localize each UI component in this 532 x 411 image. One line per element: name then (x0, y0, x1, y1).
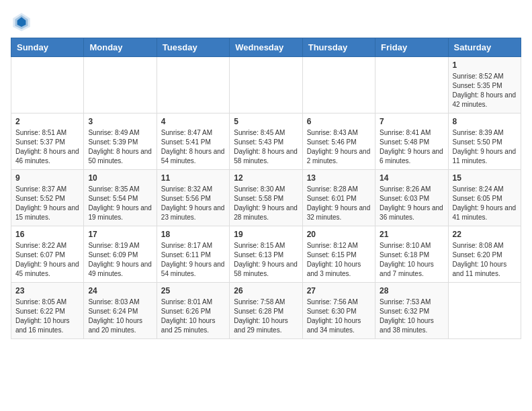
calendar-day-cell: 11Sunrise: 8:32 AM Sunset: 5:56 PM Dayli… (157, 170, 229, 226)
calendar-day-cell: 16Sunrise: 8:22 AM Sunset: 6:07 PM Dayli… (11, 226, 84, 283)
calendar-day-cell: 24Sunrise: 8:03 AM Sunset: 6:24 PM Dayli… (84, 283, 157, 339)
day-detail: Sunrise: 8:03 AM Sunset: 6:24 PM Dayligh… (88, 298, 152, 335)
day-detail: Sunrise: 7:53 AM Sunset: 6:32 PM Dayligh… (380, 298, 443, 335)
weekday-header: Friday (375, 38, 448, 57)
calendar-day-cell: 9Sunrise: 8:37 AM Sunset: 5:52 PM Daylig… (11, 170, 84, 226)
day-detail: Sunrise: 7:56 AM Sunset: 6:30 PM Dayligh… (307, 298, 371, 335)
day-number: 9 (15, 173, 79, 183)
day-number: 19 (234, 230, 298, 239)
calendar-day-cell: 10Sunrise: 8:35 AM Sunset: 5:54 PM Dayli… (84, 170, 157, 226)
calendar-day-cell: 4Sunrise: 8:47 AM Sunset: 5:41 PM Daylig… (157, 113, 229, 170)
calendar-day-cell: 2Sunrise: 8:51 AM Sunset: 5:37 PM Daylig… (11, 113, 84, 170)
calendar-day-cell: 5Sunrise: 8:45 AM Sunset: 5:43 PM Daylig… (230, 113, 302, 170)
calendar-day-cell: 8Sunrise: 8:39 AM Sunset: 5:50 PM Daylig… (448, 113, 521, 170)
day-number: 6 (307, 117, 371, 126)
page-header (11, 11, 521, 32)
calendar-day-cell: 12Sunrise: 8:30 AM Sunset: 5:58 PM Dayli… (230, 170, 302, 226)
day-number: 20 (307, 230, 371, 239)
calendar-week-row: 23Sunrise: 8:05 AM Sunset: 6:22 PM Dayli… (11, 283, 521, 339)
weekday-header: Thursday (302, 38, 375, 57)
day-detail: Sunrise: 8:39 AM Sunset: 5:50 PM Dayligh… (453, 128, 517, 166)
day-number: 25 (161, 286, 225, 295)
calendar-week-row: 16Sunrise: 8:22 AM Sunset: 6:07 PM Dayli… (11, 226, 521, 283)
calendar-day-cell: 15Sunrise: 8:24 AM Sunset: 6:05 PM Dayli… (448, 170, 521, 226)
logo (11, 11, 35, 32)
calendar-day-cell (302, 57, 375, 113)
day-detail: Sunrise: 8:41 AM Sunset: 5:48 PM Dayligh… (380, 128, 443, 166)
day-detail: Sunrise: 8:26 AM Sunset: 6:03 PM Dayligh… (380, 185, 443, 222)
day-number: 24 (88, 286, 152, 295)
day-number: 26 (234, 286, 298, 295)
day-number: 4 (161, 117, 225, 126)
day-detail: Sunrise: 8:49 AM Sunset: 5:39 PM Dayligh… (88, 128, 152, 166)
calendar-day-cell: 28Sunrise: 7:53 AM Sunset: 6:32 PM Dayli… (375, 283, 448, 339)
weekday-header: Monday (84, 38, 157, 57)
day-detail: Sunrise: 8:08 AM Sunset: 6:20 PM Dayligh… (453, 241, 517, 279)
calendar-day-cell (448, 283, 521, 339)
day-number: 14 (380, 173, 443, 183)
day-detail: Sunrise: 8:45 AM Sunset: 5:43 PM Dayligh… (234, 128, 298, 166)
day-number: 8 (453, 117, 517, 126)
day-detail: Sunrise: 8:15 AM Sunset: 6:13 PM Dayligh… (234, 241, 298, 279)
calendar-day-cell (230, 57, 302, 113)
day-number: 5 (234, 117, 298, 126)
calendar-day-cell: 19Sunrise: 8:15 AM Sunset: 6:13 PM Dayli… (230, 226, 302, 283)
calendar-week-row: 9Sunrise: 8:37 AM Sunset: 5:52 PM Daylig… (11, 170, 521, 226)
day-detail: Sunrise: 8:24 AM Sunset: 6:05 PM Dayligh… (453, 185, 517, 222)
day-number: 15 (453, 173, 517, 183)
day-detail: Sunrise: 8:51 AM Sunset: 5:37 PM Dayligh… (15, 128, 79, 166)
day-detail: Sunrise: 8:52 AM Sunset: 5:35 PM Dayligh… (453, 72, 517, 109)
day-detail: Sunrise: 7:58 AM Sunset: 6:28 PM Dayligh… (234, 298, 298, 335)
weekday-header: Sunday (11, 38, 84, 57)
calendar-day-cell: 26Sunrise: 7:58 AM Sunset: 6:28 PM Dayli… (230, 283, 302, 339)
day-detail: Sunrise: 8:10 AM Sunset: 6:18 PM Dayligh… (380, 241, 443, 279)
day-number: 7 (380, 117, 443, 126)
calendar-day-cell: 18Sunrise: 8:17 AM Sunset: 6:11 PM Dayli… (157, 226, 229, 283)
day-detail: Sunrise: 8:47 AM Sunset: 5:41 PM Dayligh… (161, 128, 225, 166)
day-detail: Sunrise: 8:43 AM Sunset: 5:46 PM Dayligh… (307, 128, 371, 166)
logo-icon (11, 11, 32, 32)
weekday-header: Saturday (448, 38, 521, 57)
calendar-day-cell: 7Sunrise: 8:41 AM Sunset: 5:48 PM Daylig… (375, 113, 448, 170)
day-detail: Sunrise: 8:01 AM Sunset: 6:26 PM Dayligh… (161, 298, 225, 335)
day-number: 21 (380, 230, 443, 239)
day-number: 16 (15, 230, 79, 239)
day-number: 10 (88, 173, 152, 183)
day-number: 1 (453, 60, 517, 70)
calendar-day-cell: 27Sunrise: 7:56 AM Sunset: 6:30 PM Dayli… (302, 283, 375, 339)
calendar-day-cell: 21Sunrise: 8:10 AM Sunset: 6:18 PM Dayli… (375, 226, 448, 283)
calendar-day-cell: 22Sunrise: 8:08 AM Sunset: 6:20 PM Dayli… (448, 226, 521, 283)
calendar-header-row: SundayMondayTuesdayWednesdayThursdayFrid… (11, 38, 521, 57)
day-detail: Sunrise: 8:35 AM Sunset: 5:54 PM Dayligh… (88, 185, 152, 222)
day-detail: Sunrise: 8:05 AM Sunset: 6:22 PM Dayligh… (15, 298, 79, 335)
day-detail: Sunrise: 8:22 AM Sunset: 6:07 PM Dayligh… (15, 241, 79, 279)
day-detail: Sunrise: 8:32 AM Sunset: 5:56 PM Dayligh… (161, 185, 225, 222)
day-number: 13 (307, 173, 371, 183)
day-number: 22 (453, 230, 517, 239)
calendar-day-cell: 3Sunrise: 8:49 AM Sunset: 5:39 PM Daylig… (84, 113, 157, 170)
weekday-header: Wednesday (230, 38, 302, 57)
day-number: 27 (307, 286, 371, 295)
calendar-day-cell: 6Sunrise: 8:43 AM Sunset: 5:46 PM Daylig… (302, 113, 375, 170)
day-detail: Sunrise: 8:17 AM Sunset: 6:11 PM Dayligh… (161, 241, 225, 279)
day-number: 2 (15, 117, 79, 126)
calendar-day-cell: 13Sunrise: 8:28 AM Sunset: 6:01 PM Dayli… (302, 170, 375, 226)
calendar-day-cell (11, 57, 84, 113)
calendar-day-cell: 17Sunrise: 8:19 AM Sunset: 6:09 PM Dayli… (84, 226, 157, 283)
calendar-day-cell: 23Sunrise: 8:05 AM Sunset: 6:22 PM Dayli… (11, 283, 84, 339)
calendar-day-cell (375, 57, 448, 113)
calendar-day-cell: 14Sunrise: 8:26 AM Sunset: 6:03 PM Dayli… (375, 170, 448, 226)
calendar-day-cell: 25Sunrise: 8:01 AM Sunset: 6:26 PM Dayli… (157, 283, 229, 339)
calendar-day-cell: 20Sunrise: 8:12 AM Sunset: 6:15 PM Dayli… (302, 226, 375, 283)
day-number: 12 (234, 173, 298, 183)
calendar-table: SundayMondayTuesdayWednesdayThursdayFrid… (11, 38, 521, 339)
weekday-header: Tuesday (157, 38, 229, 57)
day-detail: Sunrise: 8:28 AM Sunset: 6:01 PM Dayligh… (307, 185, 371, 222)
day-detail: Sunrise: 8:37 AM Sunset: 5:52 PM Dayligh… (15, 185, 79, 222)
day-detail: Sunrise: 8:30 AM Sunset: 5:58 PM Dayligh… (234, 185, 298, 222)
day-detail: Sunrise: 8:19 AM Sunset: 6:09 PM Dayligh… (88, 241, 152, 279)
day-number: 11 (161, 173, 225, 183)
calendar-week-row: 2Sunrise: 8:51 AM Sunset: 5:37 PM Daylig… (11, 113, 521, 170)
calendar-week-row: 1Sunrise: 8:52 AM Sunset: 5:35 PM Daylig… (11, 57, 521, 113)
calendar-day-cell: 1Sunrise: 8:52 AM Sunset: 5:35 PM Daylig… (448, 57, 521, 113)
